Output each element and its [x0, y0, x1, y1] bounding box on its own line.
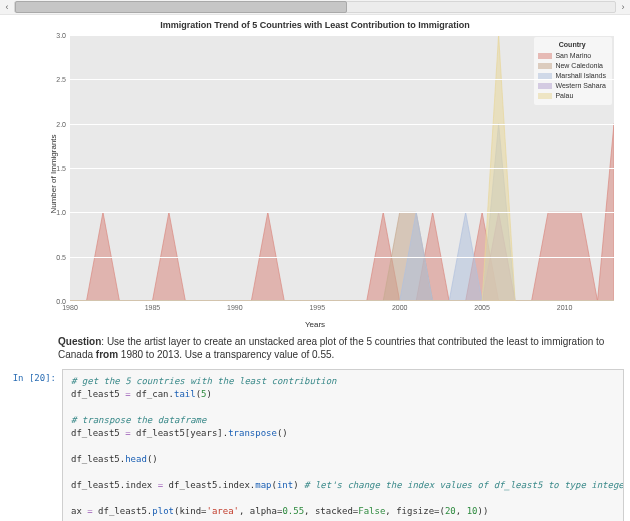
- legend-swatch: [538, 63, 552, 69]
- legend-label: Palau: [555, 91, 573, 101]
- x-tick-label: 2010: [557, 301, 573, 311]
- chart-title: Immigration Trend of 5 Countries with Le…: [6, 19, 624, 31]
- plot-area: Country San MarinoNew CaledoniaMarshall …: [70, 35, 614, 301]
- x-tick-label: 1990: [227, 301, 243, 311]
- legend-label: New Caledonia: [555, 61, 602, 71]
- input-prompt: In [20]:: [4, 369, 62, 521]
- legend-item: New Caledonia: [538, 61, 606, 71]
- y-tick-label: 1.5: [56, 165, 70, 172]
- x-tick-label: 1985: [145, 301, 161, 311]
- legend-swatch: [538, 53, 552, 59]
- grid-line: [70, 124, 614, 125]
- y-tick-label: 1.0: [56, 209, 70, 216]
- scroll-thumb[interactable]: [15, 1, 347, 13]
- scroll-right-arrow[interactable]: ›: [616, 0, 630, 14]
- legend-swatch: [538, 73, 552, 79]
- legend-item: Palau: [538, 91, 606, 101]
- chart-figure: Immigration Trend of 5 Countries with Le…: [6, 19, 624, 329]
- question-body-2: 1980 to 2013. Use a transparency value o…: [118, 349, 334, 360]
- legend-swatch: [538, 93, 552, 99]
- legend-title: Country: [538, 40, 606, 50]
- question-bold: from: [96, 349, 118, 360]
- y-axis-label: Number of Immigrants: [49, 134, 58, 213]
- legend-label: Western Sahara: [555, 81, 605, 91]
- input-cell: In [20]: # get the 5 countries with the …: [4, 369, 624, 521]
- x-tick-label: 1995: [309, 301, 325, 311]
- legend-item: Western Sahara: [538, 81, 606, 91]
- grid-line: [70, 257, 614, 258]
- scroll-left-arrow[interactable]: ‹: [0, 0, 14, 14]
- code-editor[interactable]: # get the 5 countries with the least con…: [62, 369, 624, 521]
- legend-swatch: [538, 83, 552, 89]
- question-text: Question: Use the artist layer to create…: [58, 335, 620, 361]
- legend-item: San Marino: [538, 51, 606, 61]
- x-tick-label: 2005: [474, 301, 490, 311]
- chart-legend: Country San MarinoNew CaledoniaMarshall …: [534, 37, 612, 105]
- notebook-page: ‹ › Immigration Trend of 5 Countries wit…: [0, 0, 630, 521]
- y-tick-label: 3.0: [56, 32, 70, 39]
- x-axis-label: Years: [6, 320, 624, 329]
- y-tick-label: 2.5: [56, 76, 70, 83]
- grid-line: [70, 168, 614, 169]
- legend-label: San Marino: [555, 51, 591, 61]
- question-label: Question: [58, 336, 101, 347]
- grid-line: [70, 35, 614, 36]
- y-tick-label: 2.0: [56, 120, 70, 127]
- y-tick-label: 0.5: [56, 253, 70, 260]
- horizontal-scrollbar[interactable]: ‹ ›: [0, 0, 630, 15]
- grid-line: [70, 79, 614, 80]
- x-tick-label: 2000: [392, 301, 408, 311]
- scroll-track[interactable]: [14, 1, 616, 13]
- grid-line: [70, 212, 614, 213]
- x-tick-label: 1980: [62, 301, 78, 311]
